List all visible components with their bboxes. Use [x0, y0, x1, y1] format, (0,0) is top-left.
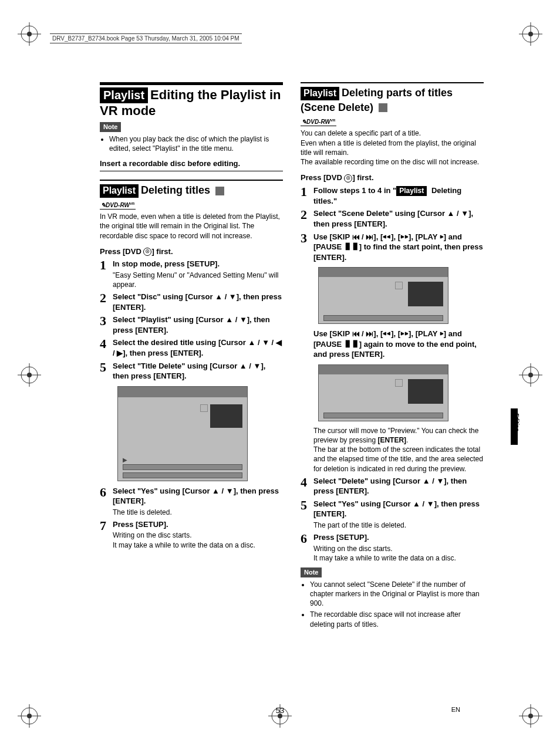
step-number: 1 [100, 259, 113, 272]
header-line: DRV_B2737_B2734.book Page 53 Thursday, M… [50, 33, 242, 43]
step: 1 In stop mode, press [SETUP]. "Easy Set… [100, 259, 283, 289]
scene-icon [215, 187, 224, 195]
step-sub: Writing on the disc starts. It may take … [313, 544, 484, 563]
intro-text: Even when a title is deleted from the pl… [301, 138, 484, 157]
playlist-badge: Playlist [396, 186, 427, 196]
intro-text: The available recording time on the disc… [301, 157, 484, 167]
step: 2 Select "Disc" using [Cursor ▲ / ▼], th… [100, 292, 283, 312]
step-head: Select "Delete" using [Cursor ▲ / ▼], th… [313, 476, 484, 496]
step-number: 3 [100, 315, 113, 327]
step: 6 Select "Yes" using [Cursor ▲ / ▼], the… [100, 486, 283, 517]
note-list: You cannot select "Scene Delete" if the … [301, 580, 484, 629]
note-list: When you play back the disc of which the… [100, 134, 283, 153]
step-number: 1 [301, 185, 313, 198]
manual-page: DRV_B2737_B2734.book Page 53 Thursday, M… [0, 0, 560, 750]
step-head: Press [SETUP]. [313, 532, 484, 543]
sub-title: PlaylistDeleting titles [100, 180, 283, 198]
registration-mark-icon [519, 22, 542, 46]
intro-text: You can delete a specific part of a titl… [301, 129, 484, 138]
step-number: 7 [100, 519, 113, 532]
note-item: The recordable disc space will not incre… [310, 610, 484, 629]
step: 7 Press [SETUP]. Writing on the disc sta… [100, 519, 283, 550]
main-title: PlaylistEditing the Playlist in VR mode [100, 82, 283, 119]
step-head: In stop mode, press [SETUP]. [113, 259, 283, 269]
playlist-badge: Playlist [301, 87, 339, 100]
step-head: Follow steps 1 to 4 in "Playlist Deletin… [313, 185, 484, 207]
step-head: Press [SETUP]. [113, 519, 283, 530]
sub-title-text: Deleting titles [141, 184, 210, 196]
dvd-button-icon: ⦾ [143, 248, 151, 256]
insert-disc-instruction: Insert a recordable disc before editing. [100, 158, 283, 169]
step: 4 Select "Delete" using [Cursor ▲ / ▼], … [301, 476, 484, 496]
registration-mark-icon [18, 22, 41, 46]
note-badge: Note [100, 122, 121, 132]
step-head: Select "Disc" using [Cursor ▲ / ▼], then… [113, 292, 283, 312]
step: 1 Follow steps 1 to 4 in "Playlist Delet… [301, 185, 484, 207]
step: 3 Use [SKIP ⏮ / ⏭], [◀◀], [▶▶], [PLAY ▶]… [301, 232, 484, 263]
dvd-button-icon: ⦾ [344, 174, 352, 183]
step-number: 4 [100, 337, 113, 350]
registration-mark-icon [18, 363, 41, 387]
playlist-badge: Playlist [100, 184, 139, 198]
step-sub: The part of the title is deleted. [313, 521, 484, 530]
media-badge: ✎DVD-RWVR [100, 201, 136, 210]
step-sub: "Easy Setting Menu" or "Advanced Setting… [113, 271, 283, 289]
step-number: 6 [301, 532, 313, 545]
sub-title: PlaylistDeleting parts of titles (Scene … [301, 82, 484, 114]
step-head: Use [SKIP ⏮ / ⏭], [◀◀], [▶▶], [PLAY ▶] a… [313, 232, 484, 263]
step: 5 Select "Yes" using [Cursor ▲ / ▼], the… [301, 499, 484, 530]
post-text: The bar at the bottom of the screen indi… [313, 445, 484, 474]
post-text: The cursor will move to "Preview." You c… [313, 426, 484, 445]
step: 2 Select "Scene Delete" using [Cursor ▲ … [301, 208, 484, 229]
step-head: Select "Yes" using [Cursor ▲ / ▼], then … [113, 486, 283, 506]
title-delete-screenshot: ▶ [117, 386, 248, 481]
right-column: PlaylistDeleting parts of titles (Scene … [301, 82, 484, 634]
page-language: EN [451, 706, 460, 713]
step: 5 Select "Title Delete" using [Cursor ▲ … [100, 361, 283, 381]
media-badge: ✎DVD-RWVR [301, 118, 336, 127]
mid-instruction: Use [SKIP ⏮ / ⏭], [◀◀], [▶▶], [PLAY ▶] a… [313, 329, 484, 360]
step-number: 2 [100, 292, 113, 305]
step-head: Select "Scene Delete" using [Cursor ▲ / … [313, 208, 484, 229]
left-column: PlaylistEditing the Playlist in VR mode … [100, 82, 283, 634]
step-sub: The title is deleted. [113, 508, 283, 517]
playlist-badge: Playlist [100, 87, 148, 103]
scene-icon [379, 103, 387, 112]
step-head: Select "Playlist" using [Cursor ▲ / ▼], … [113, 315, 283, 335]
step-head: Select the desired title using [Cursor ▲… [113, 337, 283, 358]
step-number: 5 [100, 361, 113, 374]
section-tab: Editing [511, 408, 518, 445]
step-number: 3 [301, 232, 313, 245]
step-number: 5 [301, 499, 313, 512]
step-number: 2 [301, 208, 313, 221]
step: 4 Select the desired title using [Cursor… [100, 337, 283, 358]
note-item: When you play back the disc of which the… [109, 134, 283, 153]
scene-end-screenshot [318, 364, 448, 421]
registration-mark-icon [519, 363, 542, 387]
press-dvd-instruction: Press [DVD ⦾] first. [301, 173, 484, 183]
step-number: 6 [100, 486, 113, 499]
step: 6 Press [SETUP]. Writing on the disc sta… [301, 532, 484, 563]
note-item: You cannot select "Scene Delete" if the … [310, 580, 484, 609]
page-number: 53 [276, 706, 284, 715]
scene-start-screenshot [318, 267, 448, 324]
step-head: Select "Title Delete" using [Cursor ▲ / … [113, 361, 283, 381]
vrmode-explain: In VR mode, even when a title is deleted… [100, 212, 283, 241]
note-badge: Note [301, 567, 322, 577]
step-head: Select "Yes" using [Cursor ▲ / ▼], then … [313, 499, 484, 519]
step-sub: Writing on the disc starts. It may take … [113, 531, 283, 549]
page-footer: 53 EN [0, 706, 560, 715]
step: 3 Select "Playlist" using [Cursor ▲ / ▼]… [100, 315, 283, 335]
step-number: 4 [301, 476, 313, 489]
press-dvd-instruction: Press [DVD ⦾] first. [100, 246, 283, 257]
section-tab-label: Editing [514, 413, 520, 431]
